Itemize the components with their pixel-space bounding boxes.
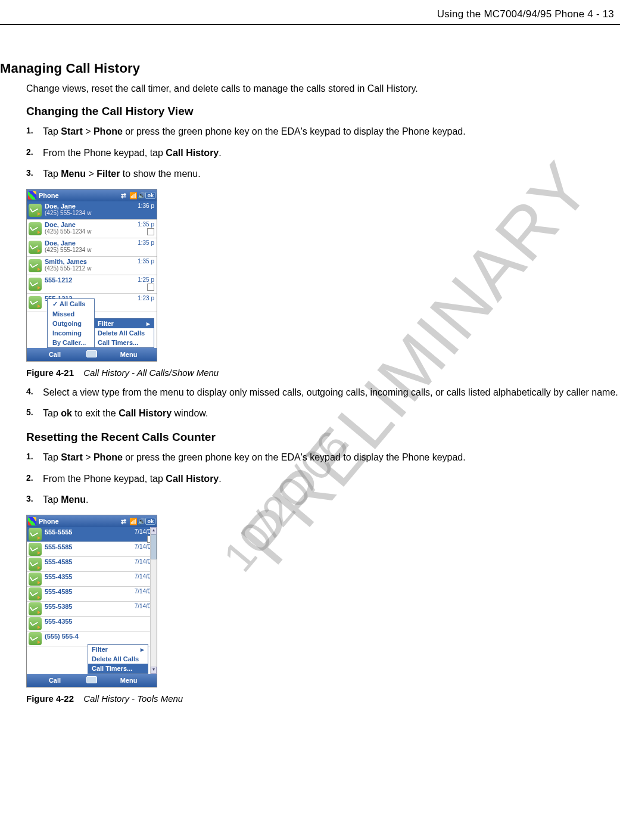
step-2b: 2. From the Phone keypad, tap Call Histo… — [26, 472, 620, 486]
menu-filter[interactable]: Filter▸ — [94, 319, 154, 328]
softkey-call[interactable]: Call — [27, 677, 83, 684]
scroll-down-icon[interactable]: ▾ — [151, 667, 157, 674]
menu-delete-all[interactable]: Delete All Calls — [88, 654, 148, 664]
call-entry-number: (425) 555-1234 w — [45, 228, 124, 235]
call-entry-name: Doe, Jane — [45, 221, 124, 228]
connectivity-icon: ⇄ — [121, 518, 128, 525]
call-history-row[interactable]: Smith, James(425) 555-1212 w1:35 p — [27, 257, 157, 275]
phone-titlebar: Phone ⇄ 📶 🔊 ok — [27, 189, 157, 201]
filter-all-calls[interactable]: ✓All Calls — [48, 299, 94, 309]
step-text: From the Phone keypad, tap — [43, 148, 166, 158]
step-text: Tap — [43, 169, 61, 179]
call-entry-text: 555-4355 — [43, 617, 126, 631]
scrollbar[interactable]: ▴ ▾ — [150, 527, 157, 674]
step-text: . — [86, 494, 88, 505]
step-text: . — [219, 148, 221, 158]
step-text: . — [219, 474, 221, 484]
step-text: Tap — [43, 494, 61, 505]
step-text: to exit the — [72, 408, 119, 418]
call-entry-text: 555-5555 — [43, 527, 126, 542]
step-text: window. — [172, 408, 208, 418]
menu-filter[interactable]: Filter▸ — [88, 645, 148, 654]
call-history-row[interactable]: Doe, Jane(425) 555-1234 w1:36 p — [27, 201, 157, 220]
step-text: or press the green phone key on the EDA'… — [123, 126, 466, 136]
call-history-row[interactable]: 555-43557/14/05 — [27, 572, 157, 587]
call-history-row[interactable]: 555-45857/14/05 — [27, 557, 157, 572]
step-3b: 3. Tap Menu. — [26, 493, 620, 506]
keyboard-icon — [86, 676, 97, 683]
signal-icon: 📶 — [129, 518, 136, 525]
figure-title: Call History - Tools Menu — [83, 693, 183, 704]
filter-by-caller[interactable]: By Caller... — [48, 338, 94, 347]
step-2: 2. From the Phone keypad, tap Call Histo… — [26, 147, 620, 160]
call-entry-text: 555-4355 — [43, 572, 126, 586]
ok-button[interactable]: ok — [145, 192, 155, 199]
scroll-up-icon[interactable]: ▴ — [151, 527, 157, 534]
call-direction-icon — [27, 602, 43, 616]
figure-title: Call History - All Calls/Show Menu — [83, 368, 219, 378]
call-direction-icon — [27, 220, 43, 238]
menu-call-timers[interactable]: Call Timers... — [94, 338, 154, 347]
step-text: to show the menu. — [120, 169, 200, 179]
context-menu: Filter▸ Delete All Calls Call Timers... — [94, 318, 154, 348]
call-entry-name: 555-4355 — [45, 618, 124, 625]
figure-4-22-caption: Figure 4-22 Call History - Tools Menu — [26, 693, 620, 704]
call-entry-name: (555) 555-4 — [45, 633, 124, 640]
call-history-row[interactable]: 555-55857/14/05 — [27, 542, 157, 557]
call-history-row[interactable]: 555-55557/14/05 — [27, 527, 157, 542]
subsection-resetting-counter: Resetting the Recent Calls Counter — [26, 431, 620, 444]
start-flag-icon[interactable] — [28, 517, 36, 525]
step-5: 5. Tap ok to exit the Call History windo… — [26, 407, 620, 420]
call-history-row[interactable]: 555-4355 — [27, 617, 157, 631]
filter-outgoing[interactable]: Outgoing — [48, 319, 94, 328]
filter-incoming[interactable]: Incoming — [48, 328, 94, 338]
softkey-call[interactable]: Call — [27, 351, 83, 358]
filter-submenu: ✓All Calls Missed Outgoing Incoming By C… — [47, 298, 95, 348]
call-direction-icon — [27, 294, 43, 312]
call-direction-icon — [27, 631, 43, 646]
scroll-thumb[interactable] — [151, 534, 157, 559]
volume-icon: 🔊 — [138, 518, 145, 525]
softkey-keyboard[interactable] — [83, 676, 101, 685]
call-history-row[interactable]: Doe, Jane(425) 555-1234 w1:35 p — [27, 220, 157, 238]
call-entry-text: Doe, Jane(425) 555-1234 w — [43, 201, 126, 219]
ui-call-history: Call History — [166, 474, 219, 484]
step-3: 3. Tap Menu > Filter to show the menu. — [26, 167, 620, 181]
softkey-menu[interactable]: Menu — [101, 351, 157, 358]
figure-label: Figure 4-22 — [26, 693, 74, 704]
call-entry-name: 555-4585 — [45, 588, 124, 595]
softkey-keyboard[interactable] — [83, 350, 101, 359]
connectivity-icon: ⇄ — [121, 192, 128, 199]
ui-call-history: Call History — [119, 408, 172, 418]
ui-ok: ok — [61, 408, 72, 418]
ui-start: Start — [61, 126, 82, 136]
note-icon — [147, 228, 154, 235]
call-entry-name: 555-1212 — [45, 276, 124, 284]
call-history-row[interactable]: 555-53857/14/05 — [27, 602, 157, 617]
call-entry-name: 555-4585 — [45, 558, 124, 565]
phone-titlebar: Phone ⇄ 📶 🔊 ok — [27, 515, 157, 527]
step-text: Tap — [43, 408, 61, 418]
filter-missed[interactable]: Missed — [48, 309, 94, 319]
softkey-menu[interactable]: Menu — [101, 677, 157, 684]
call-entry-time: 1:35 p — [126, 238, 157, 256]
step-text: From the Phone keypad, tap — [43, 474, 166, 484]
menu-call-timers[interactable]: Call Timers... — [88, 664, 148, 673]
keyboard-icon — [86, 350, 97, 357]
ok-button[interactable]: ok — [145, 518, 155, 525]
call-history-row[interactable]: 555-45857/14/05 — [27, 587, 157, 602]
signal-icon: 📶 — [129, 192, 136, 199]
menu-delete-all[interactable]: Delete All Calls — [94, 328, 154, 338]
figure-4-22: Phone ⇄ 📶 🔊 ok 555-55557/14/05555-55857/… — [26, 515, 620, 687]
call-entry-text: 555-4585 — [43, 557, 126, 571]
call-history-row[interactable]: 555-12121:25 p — [27, 275, 157, 294]
call-entry-number: (425) 555-1234 w — [45, 210, 124, 216]
call-direction-icon — [27, 617, 43, 631]
call-entry-time: 1:35 p — [126, 220, 157, 238]
call-entry-name: 555-5555 — [45, 528, 124, 536]
start-flag-icon[interactable] — [28, 191, 36, 200]
call-direction-icon — [27, 275, 43, 293]
call-history-row[interactable]: Doe, Jane(425) 555-1234 w1:35 p — [27, 238, 157, 257]
check-icon: ✓ — [52, 300, 58, 307]
call-direction-icon — [27, 257, 43, 275]
